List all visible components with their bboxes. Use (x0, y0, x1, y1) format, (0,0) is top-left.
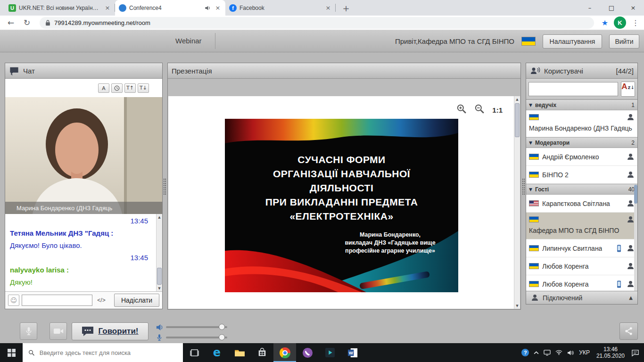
wifi-icon[interactable] (555, 350, 562, 355)
code-button[interactable]: </> (95, 295, 108, 306)
browser-menu-icon[interactable]: ⋮ (632, 18, 638, 27)
chevron-up-icon[interactable] (534, 351, 539, 354)
collapse-icon[interactable]: ▼ (529, 140, 532, 145)
user-list-item-selected[interactable]: Кафедра МПО та СГД БІНПО (526, 213, 637, 239)
ukraine-flag-icon (521, 37, 536, 46)
word-taskbar-icon[interactable]: W (341, 343, 364, 362)
slider-thumb[interactable] (219, 334, 225, 340)
scrollbar-thumb[interactable] (634, 185, 637, 204)
tab-close-icon[interactable]: × (324, 4, 332, 12)
send-button[interactable]: Надіслати (114, 294, 159, 307)
zoom-out-button[interactable] (474, 104, 485, 116)
task-view-button[interactable] (183, 343, 206, 362)
slide-title-line: ДІЯЛЬНОСТІ (225, 181, 458, 195)
new-tab-button[interactable]: + (339, 1, 353, 15)
action-center-icon[interactable] (631, 349, 639, 357)
emoji-button[interactable]: ☺ (8, 295, 19, 306)
sort-alphabetical-button[interactable]: A z↓ (621, 82, 635, 97)
microsoft-store-taskbar-icon[interactable] (251, 343, 273, 362)
browser-tab-facebook[interactable]: f Facebook × (225, 0, 336, 16)
profile-avatar[interactable]: K (614, 16, 626, 29)
browser-tab-conference[interactable]: Conference4 × (115, 0, 225, 16)
tab-title: Facebook (239, 5, 322, 11)
users-resize-handle[interactable] (522, 178, 525, 195)
exit-button[interactable]: Вийти (609, 34, 639, 49)
edge-taskbar-icon[interactable]: e (206, 343, 228, 362)
font-decrease-button[interactable]: T↓ (138, 83, 149, 93)
users-panel-header: Користувачі [44/2] (526, 63, 637, 79)
user-list-item[interactable]: Любов Коренга (526, 257, 637, 275)
exit-label: Вийти (615, 38, 633, 45)
zoom-toolbar: 1:1 (456, 104, 503, 116)
tab-close-icon[interactable]: × (104, 4, 111, 12)
user-list-item[interactable]: Марина Бондаренко (ДНЗ Гадяць (526, 110, 637, 137)
volume-tray-icon[interactable] (567, 350, 574, 356)
user-list-item[interactable]: Любов Коренга (526, 275, 637, 291)
slider-thumb[interactable] (219, 324, 225, 330)
scroll-down-icon[interactable]: ▼ (514, 303, 520, 309)
user-item-row (529, 113, 635, 121)
collapse-icon[interactable]: ▼ (529, 187, 532, 192)
users-scrollbar[interactable] (634, 184, 637, 291)
language-indicator[interactable]: УКР (579, 349, 590, 356)
font-increase-button[interactable]: T↑ (124, 83, 136, 93)
scrollbar-thumb[interactable] (515, 103, 520, 137)
start-button[interactable] (0, 343, 23, 362)
taskbar-search[interactable] (23, 343, 183, 362)
user-list-item[interactable]: БІНПО 2 (526, 166, 637, 184)
chat-resize-handle[interactable] (163, 178, 166, 195)
chat-message-input[interactable] (22, 295, 92, 306)
zoom-in-button[interactable] (456, 104, 467, 116)
taskbar-search-input[interactable] (40, 349, 177, 356)
user-list-item[interactable]: Карапєткова Світлана (526, 195, 637, 213)
help-tray-icon[interactable]: ? (521, 349, 529, 356)
browser-tab-ukrnet[interactable]: U UKR.NET: Всі новини України, о × (5, 0, 115, 16)
share-button[interactable] (619, 322, 638, 340)
chrome-taskbar-icon[interactable] (273, 343, 296, 362)
window-minimize-button[interactable]: – (579, 0, 601, 16)
scroll-up-icon[interactable]: ▲ (514, 96, 520, 102)
user-name: Кафедра МПО та СГД БІНПО (529, 227, 635, 234)
group-header-moderators[interactable]: ▼ Модератори 2 (526, 137, 637, 148)
users-search-input[interactable] (528, 82, 618, 96)
taskbar-clock[interactable]: 13:46 21.05.2020 (594, 346, 627, 359)
slide-author-line: викладач ДНЗ «Гадяцьке вище (332, 239, 448, 247)
group-header-presenters[interactable]: ▼ ведучіх 1 (526, 99, 637, 110)
chat-scrollbar[interactable]: ▲ ▼ (156, 214, 162, 291)
share-icon (624, 327, 633, 336)
address-bar[interactable]: 79914289.myownmeeting.net/room (40, 17, 594, 29)
reload-icon[interactable]: ↻ (22, 18, 32, 27)
viber-taskbar-icon[interactable] (296, 343, 319, 362)
group-header-guests[interactable]: ▼ Гості 40 (526, 184, 637, 195)
person-icon (627, 215, 635, 223)
tab-audio-icon[interactable] (204, 5, 211, 11)
window-close-button[interactable]: × (622, 0, 644, 16)
presentation-scrollbar[interactable]: ▲ ▼ (514, 96, 520, 309)
microphone-button[interactable] (20, 322, 37, 340)
webcam-video[interactable]: Марина Бондаренко (ДНЗ Гадяць (5, 97, 162, 214)
chat-messages: 13:45 Тетяна Мельник ДНЗ "Гадяц : Дякуєм… (5, 214, 162, 291)
zoom-reset-button[interactable]: 1:1 (492, 106, 503, 114)
webcam-button[interactable] (50, 322, 67, 340)
connection-status-dropdown[interactable]: Підключений ▲ (526, 291, 637, 304)
scrollbar-thumb[interactable] (157, 268, 162, 285)
talk-button[interactable]: Говорити! (72, 322, 149, 340)
usa-flag-icon (529, 200, 539, 206)
collapse-icon[interactable]: ▼ (529, 103, 532, 107)
bookmark-star-icon[interactable]: ★ (602, 18, 608, 27)
speaker-volume-slider[interactable] (166, 326, 227, 328)
settings-button[interactable]: Налаштування (543, 34, 602, 49)
font-color-button[interactable]: A (98, 83, 109, 93)
display-tray-icon[interactable] (544, 349, 551, 356)
tab-close-icon[interactable]: × (214, 4, 222, 12)
timestamps-button[interactable] (111, 83, 123, 93)
back-icon[interactable]: ← (6, 18, 16, 27)
file-explorer-taskbar-icon[interactable] (228, 343, 251, 362)
user-list-item[interactable]: Липинчук Свитлана (526, 239, 637, 257)
media-app-taskbar-icon[interactable] (319, 343, 341, 362)
scroll-up-icon[interactable]: ▲ (157, 214, 162, 220)
user-list-item[interactable]: Андрій Єрмоленко (526, 148, 637, 166)
window-maximize-button[interactable]: □ (601, 0, 622, 16)
mic-volume-slider[interactable] (166, 337, 227, 338)
scroll-down-icon[interactable]: ▼ (157, 285, 162, 291)
